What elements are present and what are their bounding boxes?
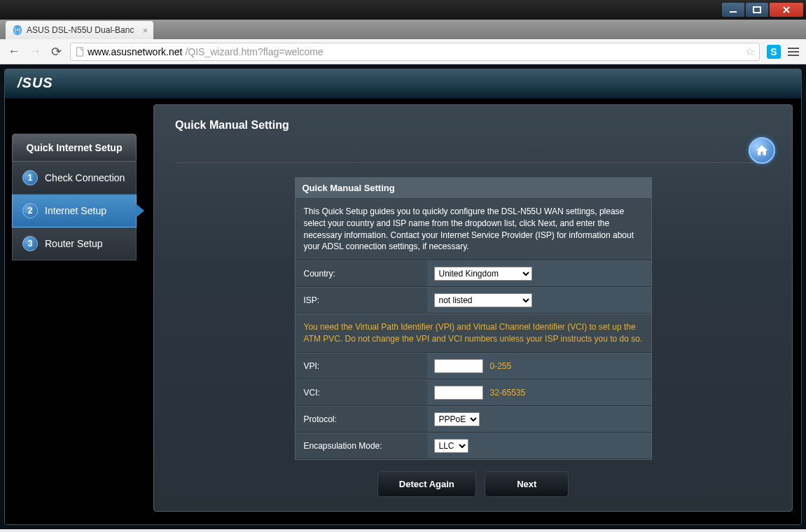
detect-again-button[interactable]: Detect Again bbox=[377, 471, 476, 497]
sidebar-item-label: Internet Setup bbox=[45, 205, 106, 216]
next-button[interactable]: Next bbox=[485, 471, 569, 497]
sidebar: Quick Internet Setup 1 Check Connection … bbox=[5, 99, 144, 517]
close-tab-icon[interactable]: × bbox=[143, 25, 148, 36]
status-bar bbox=[0, 529, 806, 532]
close-window-button[interactable] bbox=[770, 3, 803, 17]
row-country: Country: United Kingdom bbox=[296, 260, 651, 287]
address-domain: www.asusnetwork.net bbox=[88, 46, 182, 57]
browser-toolbar: ← → ⟳ www.asusnetwork.net/QIS_wizard.htm… bbox=[0, 39, 806, 64]
vci-input[interactable] bbox=[434, 386, 483, 400]
address-bar[interactable]: www.asusnetwork.net/QIS_wizard.htm?flag=… bbox=[70, 43, 760, 61]
divider bbox=[175, 162, 771, 163]
row-vci: VCI: 32-65535 bbox=[296, 379, 651, 406]
row-protocol: Protocol: PPPoE bbox=[296, 406, 651, 433]
step-number: 1 bbox=[22, 170, 38, 186]
reload-button[interactable]: ⟳ bbox=[49, 45, 63, 59]
vpi-hint: 0-255 bbox=[490, 361, 512, 371]
country-label: Country: bbox=[296, 261, 427, 286]
encap-select[interactable]: LLC bbox=[434, 439, 468, 453]
sidebar-item-check-connection[interactable]: 1 Check Connection bbox=[12, 162, 137, 195]
sidebar-item-label: Check Connection bbox=[45, 172, 125, 183]
main-content: Quick Manual Setting Quick Manual Settin… bbox=[153, 104, 793, 512]
back-button[interactable]: ← bbox=[7, 45, 21, 59]
sidebar-item-label: Router Setup bbox=[45, 238, 103, 249]
window-title-bar bbox=[0, 0, 806, 20]
forward-button[interactable]: → bbox=[28, 45, 42, 59]
isp-label: ISP: bbox=[296, 288, 427, 313]
vci-label: VCI: bbox=[296, 380, 427, 405]
row-encapsulation: Encapsulation Mode: LLC bbox=[296, 433, 651, 459]
home-button[interactable] bbox=[749, 137, 775, 164]
page-content: /SUS Quick Internet Setup 1 Check Connec… bbox=[0, 64, 806, 529]
sidebar-item-internet-setup[interactable]: 2 Internet Setup bbox=[12, 195, 137, 227]
sidebar-title: Quick Internet Setup bbox=[12, 134, 137, 162]
vci-hint: 32-65535 bbox=[490, 388, 526, 398]
vpi-input[interactable] bbox=[434, 359, 483, 373]
protocol-label: Protocol: bbox=[296, 407, 427, 432]
sidebar-item-router-setup[interactable]: 3 Router Setup bbox=[12, 227, 137, 260]
step-number: 3 bbox=[22, 236, 38, 251]
isp-select[interactable]: not listed bbox=[434, 293, 532, 307]
country-select[interactable]: United Kingdom bbox=[434, 267, 532, 281]
protocol-select[interactable]: PPPoE bbox=[434, 412, 480, 426]
settings-panel: Quick Manual Setting This Quick Setup gu… bbox=[295, 177, 652, 460]
svg-rect-2 bbox=[77, 47, 83, 55]
tab-strip: ((•)) ASUS DSL-N55U Dual-Banc × bbox=[0, 20, 806, 39]
bookmark-star-icon[interactable]: ☆ bbox=[745, 45, 755, 58]
router-admin-frame: /SUS Quick Internet Setup 1 Check Connec… bbox=[4, 69, 802, 525]
router-header: /SUS bbox=[5, 69, 801, 99]
page-icon bbox=[75, 47, 85, 57]
skype-extension-icon[interactable]: S bbox=[767, 45, 781, 59]
svg-rect-1 bbox=[753, 7, 760, 13]
browser-tab[interactable]: ((•)) ASUS DSL-N55U Dual-Banc × bbox=[6, 21, 153, 39]
svg-rect-0 bbox=[730, 11, 737, 13]
row-isp: ISP: not listed bbox=[296, 287, 651, 314]
address-path: /QIS_wizard.htm?flag=welcome bbox=[185, 46, 323, 57]
button-row: Detect Again Next bbox=[175, 471, 771, 497]
vpi-label: VPI: bbox=[296, 354, 427, 379]
home-icon bbox=[755, 144, 769, 158]
step-number: 2 bbox=[22, 203, 38, 218]
encap-label: Encapsulation Mode: bbox=[296, 433, 427, 458]
row-vpi: VPI: 0-255 bbox=[296, 353, 651, 379]
tab-title: ASUS DSL-N55U Dual-Banc bbox=[27, 25, 134, 35]
panel-header: Quick Manual Setting bbox=[296, 178, 651, 199]
wifi-icon: ((•)) bbox=[13, 25, 22, 35]
page-title: Quick Manual Setting bbox=[175, 119, 771, 132]
minimize-button[interactable] bbox=[722, 3, 744, 17]
panel-note: You need the Virtual Path Identifier (VP… bbox=[296, 314, 651, 353]
asus-logo: /SUS bbox=[18, 75, 53, 90]
hamburger-menu-icon[interactable] bbox=[788, 48, 799, 56]
panel-description: This Quick Setup guides you to quickly c… bbox=[296, 199, 651, 260]
maximize-button[interactable] bbox=[746, 3, 768, 17]
